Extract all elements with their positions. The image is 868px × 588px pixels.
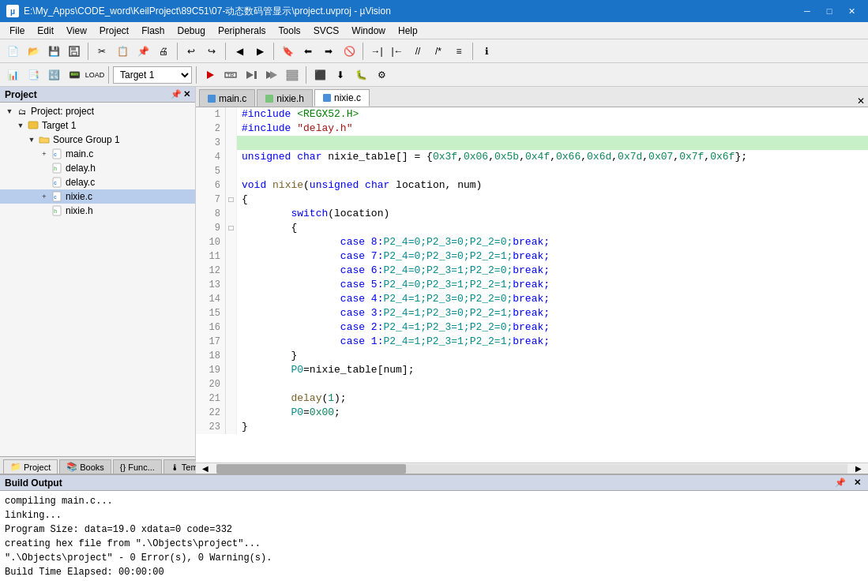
editor-hscroll[interactable]: ◀ ▶ bbox=[196, 463, 868, 474]
menu-item-flash[interactable]: Flash bbox=[135, 23, 171, 39]
tree-expander[interactable]: + bbox=[38, 150, 51, 158]
load-button[interactable]: LOAD bbox=[85, 66, 104, 84]
comment-button[interactable]: // bbox=[408, 42, 427, 61]
menu-item-file[interactable]: File bbox=[3, 23, 31, 39]
menu-item-help[interactable]: Help bbox=[392, 23, 424, 39]
code-line[interactable]: 18 } bbox=[196, 349, 868, 363]
scroll-right-button[interactable]: ▶ bbox=[849, 463, 868, 474]
code-line[interactable]: 14 case 4:P2_4=1;P2_3=0;P2_2=0;break; bbox=[196, 292, 868, 306]
code-editor[interactable]: 1#include <REGX52.H>2#include "delay.h"3… bbox=[196, 107, 868, 463]
code-line[interactable]: 13 case 5:P2_4=0;P2_3=1;P2_2=1;break; bbox=[196, 278, 868, 292]
build-output-pin[interactable]: 📌 bbox=[832, 478, 848, 488]
hscroll-track[interactable] bbox=[216, 464, 847, 474]
tree-item-source-group-1[interactable]: ▼Source Group 1 bbox=[0, 133, 195, 147]
tree-item-delay-h[interactable]: hdelay.h bbox=[0, 161, 195, 175]
code-line[interactable]: 6void nixie(unsigned char location, num) bbox=[196, 178, 868, 193]
scroll-left-button[interactable]: ◀ bbox=[196, 463, 215, 474]
paste-button[interactable]: 📌 bbox=[133, 42, 152, 61]
code-line[interactable]: 4unsigned char nixie_table[] = {0x3f,0x0… bbox=[196, 150, 868, 164]
code-line[interactable]: 17 case 1:P2_4=1;P2_3=1;P2_2=1;break; bbox=[196, 335, 868, 349]
tree-item-main-c[interactable]: +cmain.c bbox=[0, 147, 195, 161]
batch-build-button[interactable] bbox=[283, 66, 302, 84]
code-line[interactable]: 22 P0=0x00; bbox=[196, 406, 868, 420]
panel-pin-button[interactable]: 📌 bbox=[171, 89, 182, 99]
tree-item-nixie-c[interactable]: +cnixie.c bbox=[0, 189, 195, 204]
debug-info-button[interactable]: ℹ bbox=[477, 42, 496, 61]
tree-item-nixie-h[interactable]: hnixie.h bbox=[0, 204, 195, 218]
collapse-marker[interactable]: □ bbox=[226, 193, 237, 207]
editor-tab-nixie-c[interactable]: nixie.c bbox=[314, 89, 370, 107]
code-line[interactable]: 1#include <REGX52.H> bbox=[196, 107, 868, 122]
tree-expander[interactable]: ▼ bbox=[14, 122, 27, 129]
menu-item-project[interactable]: Project bbox=[93, 23, 135, 39]
hscroll-thumb[interactable] bbox=[216, 464, 406, 474]
nav-back-button[interactable]: ◀ bbox=[230, 42, 249, 61]
clear-bookmarks-button[interactable]: 🚫 bbox=[340, 42, 359, 61]
tree-item-delay-c[interactable]: cdelay.c bbox=[0, 175, 195, 189]
save-all-button[interactable] bbox=[65, 42, 84, 61]
copy-button[interactable]: 📋 bbox=[113, 42, 132, 61]
new-file-button[interactable]: 📄 bbox=[3, 42, 22, 61]
stop-build-button[interactable]: ⬛ bbox=[310, 66, 329, 84]
panel-close-button[interactable]: ✕ bbox=[183, 89, 190, 99]
symbols-window-button[interactable]: 🔣 bbox=[44, 66, 63, 84]
debug-button[interactable]: 🐛 bbox=[351, 66, 370, 84]
cut-button[interactable]: ✂ bbox=[92, 42, 111, 61]
build-button[interactable] bbox=[242, 66, 261, 84]
project-window-button[interactable]: 📊 bbox=[3, 66, 22, 84]
code-line[interactable]: 7□{ bbox=[196, 193, 868, 207]
tree-item-project--project[interactable]: ▼🗂Project: project bbox=[0, 104, 195, 118]
build-output-close[interactable]: ✕ bbox=[851, 478, 863, 488]
tree-expander[interactable]: ▼ bbox=[3, 107, 16, 115]
menu-item-peripherals[interactable]: Peripherals bbox=[212, 23, 272, 39]
open-file-button[interactable]: 📂 bbox=[24, 42, 43, 61]
output-window-button[interactable]: 📟 bbox=[65, 66, 84, 84]
regs-window-button[interactable]: 📑 bbox=[24, 66, 43, 84]
menu-item-svcs[interactable]: SVCS bbox=[307, 23, 346, 39]
build-select-button[interactable] bbox=[201, 66, 220, 84]
tree-expander[interactable]: + bbox=[38, 193, 51, 200]
indent-button[interactable]: →| bbox=[367, 42, 386, 61]
translate-button[interactable]: TR bbox=[221, 66, 240, 84]
menu-item-edit[interactable]: Edit bbox=[31, 23, 60, 39]
code-line[interactable]: 5 bbox=[196, 164, 868, 178]
next-bookmark-button[interactable]: ➡ bbox=[319, 42, 338, 61]
redo-button[interactable]: ↪ bbox=[202, 42, 221, 61]
minimize-button[interactable]: ─ bbox=[797, 3, 817, 19]
tree-expander[interactable]: ▼ bbox=[25, 136, 38, 144]
code-line[interactable]: 23} bbox=[196, 420, 868, 434]
panel-tab-func---[interactable]: {}Func... bbox=[113, 459, 162, 474]
code-line[interactable]: 8 switch(location) bbox=[196, 207, 868, 221]
bookmark-button[interactable]: 🔖 bbox=[278, 42, 297, 61]
panel-tab-books[interactable]: 📚Books bbox=[59, 459, 111, 474]
save-button[interactable]: 💾 bbox=[44, 42, 63, 61]
maximize-button[interactable]: □ bbox=[819, 3, 840, 19]
code-line[interactable]: 10 case 8:P2_4=0;P2_3=0;P2_2=0;break; bbox=[196, 235, 868, 249]
print-button[interactable]: 🖨 bbox=[154, 42, 173, 61]
menu-item-debug[interactable]: Debug bbox=[171, 23, 212, 39]
menu-item-view[interactable]: View bbox=[60, 23, 93, 39]
special-button[interactable]: ≡ bbox=[449, 42, 468, 61]
settings-button[interactable]: ⚙ bbox=[372, 66, 391, 84]
collapse-marker[interactable]: □ bbox=[226, 221, 237, 235]
editor-tab-main-c[interactable]: main.c bbox=[199, 89, 255, 107]
nav-fwd-button[interactable]: ▶ bbox=[250, 42, 269, 61]
code-line[interactable]: 16 case 2:P2_4=1;P2_3=1;P2_2=0;break; bbox=[196, 320, 868, 335]
code-line[interactable]: 11 case 7:P2_4=0;P2_3=0;P2_2=1;break; bbox=[196, 249, 868, 264]
undo-button[interactable]: ↩ bbox=[182, 42, 201, 61]
code-line[interactable]: 19 P0=nixie_table[num]; bbox=[196, 363, 868, 377]
editor-tab-nixie-h[interactable]: nixie.h bbox=[257, 89, 313, 107]
prev-bookmark-button[interactable]: ⬅ bbox=[299, 42, 318, 61]
menu-item-window[interactable]: Window bbox=[345, 23, 392, 39]
rebuild-button[interactable] bbox=[262, 66, 281, 84]
code-line[interactable]: 2#include "delay.h" bbox=[196, 122, 868, 136]
close-editor-icon[interactable]: ✕ bbox=[857, 96, 865, 107]
code-line[interactable]: 12 case 6:P2_4=0;P2_3=1;P2_2=0;break; bbox=[196, 264, 868, 278]
tree-item-target-1[interactable]: ▼Target 1 bbox=[0, 118, 195, 133]
code-line[interactable]: 20 bbox=[196, 377, 868, 391]
download-button[interactable]: ⬇ bbox=[331, 66, 350, 84]
unindent-button[interactable]: |← bbox=[388, 42, 407, 61]
target-select[interactable]: Target 1 bbox=[113, 66, 192, 84]
code-line[interactable]: 3 bbox=[196, 136, 868, 150]
uncomment-button[interactable]: /* bbox=[429, 42, 448, 61]
